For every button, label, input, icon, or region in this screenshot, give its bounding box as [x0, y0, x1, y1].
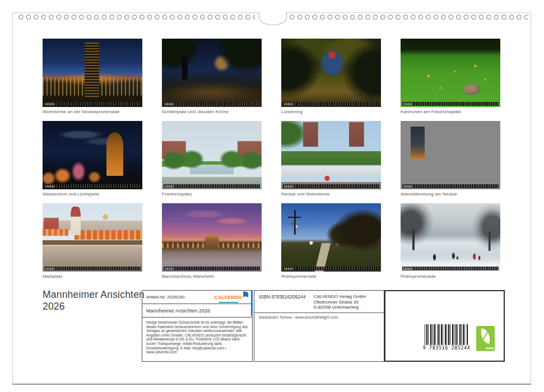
thumbnail-caption: Rheinpromenade — [401, 274, 500, 279]
thumbnail-caption: Abendstimmung am Neckar — [401, 192, 500, 197]
calvendo-tagline-mark — [219, 302, 238, 303]
thumbnail-photo — [162, 121, 262, 189]
spiral-binding-holes — [289, 13, 528, 21]
thumbnail-photo — [401, 203, 500, 272]
legal-text: Infolge bestehender Schutzrechte ist es … — [142, 318, 252, 357]
calendar-thumbnail: Friedrichsplatz — [162, 121, 262, 197]
thumbnail-caption: Markplatz — [43, 274, 142, 279]
artikel-number: Artikel-Nr. 2035190 — [146, 295, 184, 300]
thumbnail-photo — [401, 121, 500, 189]
blue-divider — [251, 291, 253, 316]
thumbnail-caption: Kaninchen am Friedrichsplatz — [401, 109, 500, 114]
calendar-thumbnail: Schillerplatz und Jesuiten Kirche — [162, 39, 262, 115]
thumbnail-photo — [162, 203, 262, 272]
publisher-address: CALVENDO Verlag GmbH Ottobrunner Straße … — [314, 294, 366, 310]
thumbnail-photo — [281, 39, 381, 107]
thumbnail-photo — [281, 121, 381, 189]
thumbnail-caption: Schillerplatz und Jesuiten Kirche — [162, 109, 262, 114]
calvendo-logo-text: CALVENDO — [215, 295, 242, 300]
calendar-thumbnail: Rheinpromenade — [401, 203, 500, 279]
calendar-thumbnail: Kaninchen am Friedrichsplatz — [401, 39, 500, 115]
thumbnail-caption: Barockschloss Mannheim — [162, 274, 262, 279]
thumbnail-caption: Wasserturm und Lichtspiele — [43, 192, 142, 197]
eco-logo: eco — [476, 326, 495, 351]
thumbnail-photo — [43, 121, 142, 189]
author-credit: Alessandro Tortora - www.aroundthelight.… — [254, 313, 384, 321]
product-title: Mannheimer Ansichten 2026 — [142, 304, 252, 318]
barcode-digits: 9 783516 205244 — [420, 345, 473, 351]
calendar-thumbnail: Abendstimmung am Neckar — [401, 121, 500, 197]
barcode — [425, 324, 468, 345]
thumbnail-photo — [162, 39, 262, 107]
spiral-binding-holes — [17, 13, 255, 21]
thumbnail-photo — [43, 203, 142, 272]
calendar-thumbnail: Barockschloss Mannheim — [162, 203, 262, 279]
calendar-title: Mannheimer Ansichten 2026 — [43, 289, 145, 312]
thumbnail-caption: Wohntürme an der Neckarpromenade — [43, 109, 142, 114]
calendar-thumbnail: Rheinpromenade — [281, 203, 381, 279]
thumb-cutout — [259, 12, 287, 25]
title-line-2: 2026 — [43, 301, 65, 312]
calendar-thumbnail: Neckar und Wohntürme — [281, 121, 381, 197]
thumbnail-photo — [281, 203, 381, 272]
barcode-box: 9 783516 205244 eco — [384, 290, 505, 362]
calendar-thumbnail: Wasserturm und Lichtspiele — [43, 121, 142, 197]
title-line-1: Mannheimer Ansichten — [43, 289, 145, 300]
calvendo-logo: CALVENDO — [215, 291, 248, 303]
publisher-city: D-82008 Unterhaching — [314, 305, 359, 310]
publisher-street: Ottobrunner Straße 39 — [314, 300, 359, 305]
calendar-thumbnail: Wohntürme an der Neckarpromenade — [43, 39, 142, 115]
calendar-thumbnail: Luisenring — [281, 39, 381, 115]
thumbnail-caption: Luisenring — [281, 109, 381, 114]
calvendo-flag-icon — [243, 291, 248, 297]
calendar-back-cover: Wohntürme an der Neckarpromenade Schille… — [12, 12, 531, 385]
thumbnail-photo — [401, 39, 500, 107]
thumbnail-caption: Rheinpromenade — [281, 274, 381, 279]
product-info-box: Artikel-Nr. 2035190 CALVENDO Mannheimer … — [142, 290, 253, 362]
eco-leaf-icon — [479, 328, 492, 343]
isbn: ISBN 9783516205244 — [259, 294, 306, 310]
thumbnail-grid: Wohntürme an der Neckarpromenade Schille… — [43, 39, 500, 279]
eco-label: eco — [476, 346, 494, 351]
publisher-name: CALVENDO Verlag GmbH — [314, 294, 366, 299]
thumbnail-photo — [43, 39, 142, 107]
thumbnail-caption: Friedrichsplatz — [162, 192, 262, 197]
thumbnail-caption: Neckar und Wohntürme — [281, 192, 381, 197]
calendar-thumbnail: Markplatz — [43, 203, 142, 279]
publisher-box: ISBN 9783516205244 CALVENDO Verlag GmbH … — [254, 290, 384, 362]
